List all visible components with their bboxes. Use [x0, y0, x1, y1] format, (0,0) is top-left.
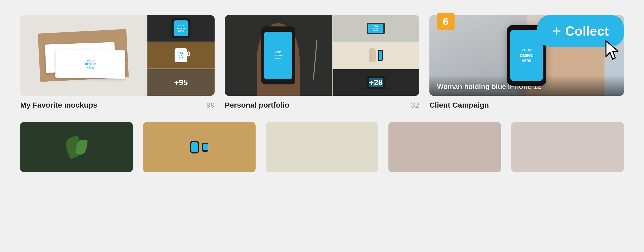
main-image-biz-cards: YOURDESIGNHERE YOURDESIGNHERE — [20, 15, 147, 96]
plus-icon: + — [552, 22, 561, 40]
image-laptop-dark: YOURDESIGNHERE +28 — [333, 69, 419, 96]
collection-favorite[interactable]: YOURDESIGNHERE YOURDESIGNHERE YOURDESIGN… — [20, 15, 215, 109]
collect-button[interactable]: + Collect — [537, 15, 624, 47]
side-grid-favorite: YOURDESIGNHERE YOURDESIGNHERE — [147, 15, 215, 96]
collection-mosaic-portfolio: YOURDESIGNHERE YOURDESIGNHERE — [225, 15, 419, 96]
badge-6: 6 — [437, 13, 455, 30]
collection-count-favorite: 99 — [206, 101, 215, 109]
image-person-room: +95 — [147, 69, 215, 96]
collection-count-portfolio: 32 — [411, 101, 419, 109]
collection-footer-client: Client Campaign — [429, 101, 624, 109]
collection-title-portfolio: Personal portfolio — [225, 101, 289, 109]
count-overlay-portfolio: +28 — [369, 78, 383, 87]
collection-title-client: Client Campaign — [429, 101, 489, 109]
collection-portfolio[interactable]: YOURDESIGNHERE YOURDESIGNHERE — [225, 15, 419, 109]
collect-label: Collect — [565, 23, 609, 39]
main-image-phone-desk: YOURDESIGNHERE — [225, 15, 332, 96]
bottom-row — [20, 122, 624, 172]
page-container: + Collect YOURDESIGNHERE YOURDESI — [0, 0, 644, 252]
collection-footer-favorite: My Favorite mockups 99 — [20, 101, 215, 109]
bottom-item-office[interactable] — [266, 122, 378, 172]
count-overlay: +95 — [174, 78, 188, 87]
collection-mosaic-favorite: YOURDESIGNHERE YOURDESIGNHERE YOURDESIGN… — [20, 15, 215, 96]
collection-footer-portfolio: Personal portfolio 32 — [225, 101, 419, 109]
bottom-item-watch-phone[interactable] — [143, 122, 256, 172]
side-grid-portfolio: YOURDESIGNHERE — [333, 15, 419, 96]
bottom-item-plant[interactable] — [20, 122, 133, 172]
image-vase — [333, 42, 419, 69]
image-mug: YOURDESIGNHERE — [147, 42, 215, 69]
collections-row: YOURDESIGNHERE YOURDESIGNHERE YOURDESIGN… — [20, 15, 624, 109]
image-phone-hand: YOURDESIGNHERE — [147, 15, 215, 42]
bottom-item-portrait-1[interactable] — [388, 122, 501, 172]
collection-title-favorite: My Favorite mockups — [20, 101, 97, 109]
bottom-item-portrait-2[interactable] — [511, 122, 624, 172]
image-tv-room: YOURDESIGNHERE — [333, 15, 419, 42]
